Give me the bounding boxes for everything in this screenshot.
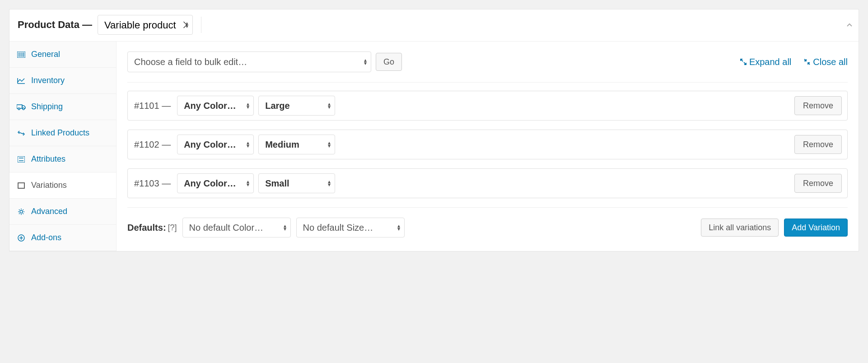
variation-id: #1101 — (133, 101, 173, 111)
tab-label: Add-ons (31, 233, 61, 242)
collapse-icon (804, 59, 810, 65)
variation-size-select-wrap: Medium ▴▾ (258, 135, 335, 154)
variation-color-select-wrap: Any Color… ▴▾ (177, 96, 254, 116)
panel-header: Product Data — Variable product ▴▾ (9, 9, 859, 42)
chevron-up-icon (847, 23, 852, 28)
go-button[interactable]: Go (376, 53, 402, 71)
default-size-select[interactable]: No default Size… (296, 218, 405, 237)
tab-label: Variations (31, 181, 67, 190)
variation-color-select-wrap: Any Color… ▴▾ (177, 173, 254, 193)
variation-color-select[interactable]: Any Color… (177, 96, 254, 116)
variation-row[interactable]: #1102 — Any Color… ▴▾ Medium ▴▾ Remove (127, 130, 848, 159)
variation-id: #1102 — (133, 140, 173, 150)
bulk-edit-toolbar: Choose a field to bulk edit… ▴▾ Go Expan… (127, 51, 848, 83)
svg-point-8 (18, 108, 20, 110)
panel-title: Product Data — (18, 19, 92, 31)
tab-label: Advanced (31, 207, 67, 216)
product-data-panel: Product Data — Variable product ▴▾ Gener… (9, 9, 859, 251)
tab-addons[interactable]: Add-ons (9, 225, 116, 251)
variation-size-select[interactable]: Small (258, 173, 335, 193)
product-data-tabs: General Inventory Shipping Linked Produc… (9, 42, 117, 251)
tab-label: Linked Products (31, 128, 89, 138)
svg-rect-14 (18, 183, 24, 188)
expand-icon (740, 59, 747, 65)
variation-size-select-wrap: Small ▴▾ (258, 173, 335, 193)
variation-color-select-wrap: Any Color… ▴▾ (177, 135, 254, 154)
remove-variation-button[interactable]: Remove (794, 96, 842, 115)
product-type-select-wrap: Variable product ▴▾ (92, 15, 193, 35)
tab-label: Attributes (31, 154, 65, 164)
default-size-select-wrap: No default Size… ▴▾ (296, 218, 405, 237)
bulk-edit-select[interactable]: Choose a field to bulk edit… (127, 51, 371, 72)
product-type-select[interactable]: Variable product (98, 15, 193, 35)
tab-label: Shipping (31, 102, 63, 112)
variation-size-select[interactable]: Medium (258, 135, 335, 154)
variation-list: #1101 — Any Color… ▴▾ Large ▴▾ Remove #1… (127, 91, 848, 198)
variation-size-select[interactable]: Large (258, 96, 335, 116)
chart-icon (17, 78, 26, 84)
link-icon (17, 130, 26, 136)
barcode-icon (17, 51, 26, 58)
variation-color-select[interactable]: Any Color… (177, 135, 254, 154)
tab-variations[interactable]: Variations (9, 172, 116, 199)
svg-point-9 (23, 108, 24, 110)
expand-all-link[interactable]: Expand all (740, 57, 791, 67)
expand-all-label: Expand all (749, 57, 791, 67)
tab-general[interactable]: General (9, 42, 116, 68)
default-color-select[interactable]: No default Color… (182, 218, 291, 237)
tab-attributes[interactable]: Attributes (9, 146, 116, 172)
gear-icon (17, 208, 26, 215)
variation-size-select-wrap: Large ▴▾ (258, 96, 335, 116)
add-variation-button[interactable]: Add Variation (784, 219, 848, 237)
svg-line-10 (19, 132, 23, 134)
square-icon (17, 182, 26, 189)
link-all-variations-button[interactable]: Link all variations (701, 219, 779, 237)
help-icon[interactable]: [?] (168, 223, 177, 233)
close-all-label: Close all (813, 57, 848, 67)
variations-content: Choose a field to bulk edit… ▴▾ Go Expan… (117, 42, 859, 251)
tab-label: General (31, 50, 60, 59)
close-all-link[interactable]: Close all (804, 57, 848, 67)
tab-linked-products[interactable]: Linked Products (9, 120, 116, 146)
tab-inventory[interactable]: Inventory (9, 68, 116, 94)
remove-variation-button[interactable]: Remove (794, 135, 842, 154)
collapse-panel-button[interactable] (847, 23, 852, 28)
bulk-edit-select-wrap: Choose a field to bulk edit… ▴▾ (127, 51, 371, 72)
variation-color-select[interactable]: Any Color… (177, 173, 254, 193)
list-icon (17, 156, 26, 163)
truck-icon (17, 104, 26, 110)
variation-row[interactable]: #1101 — Any Color… ▴▾ Large ▴▾ Remove (127, 91, 848, 121)
defaults-label: Defaults: (127, 223, 166, 233)
tab-advanced[interactable]: Advanced (9, 199, 116, 225)
svg-rect-11 (18, 156, 25, 163)
tab-label: Inventory (31, 76, 65, 85)
svg-point-15 (20, 210, 23, 213)
panel-body: General Inventory Shipping Linked Produc… (9, 42, 859, 251)
remove-variation-button[interactable]: Remove (794, 174, 842, 193)
variation-row[interactable]: #1103 — Any Color… ▴▾ Small ▴▾ Remove (127, 168, 848, 198)
plus-circle-icon (17, 234, 26, 242)
defaults-row: Defaults: [?] No default Color… ▴▾ No de… (127, 207, 848, 237)
default-color-select-wrap: No default Color… ▴▾ (182, 218, 291, 237)
tab-shipping[interactable]: Shipping (9, 94, 116, 120)
variation-id: #1103 — (133, 178, 173, 189)
divider (201, 17, 201, 33)
